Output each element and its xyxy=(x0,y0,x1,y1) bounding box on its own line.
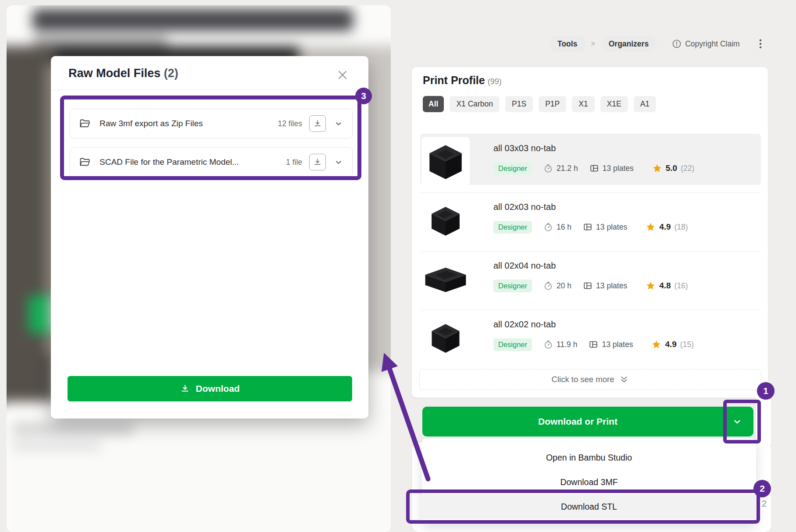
star-icon xyxy=(646,281,656,291)
partial-background-text: 2 xyxy=(762,499,767,509)
menu-item-download-3mf[interactable]: Download 3MF xyxy=(422,470,756,494)
tab-p1p[interactable]: P1P xyxy=(539,96,566,112)
rating: 4.9 (18) xyxy=(646,222,688,232)
plate-count: 13 plates xyxy=(583,281,627,291)
print-profile-panel: Print Profile(99) All X1 Carbon P1S P1P … xyxy=(411,67,768,398)
profile-thumbnail xyxy=(421,313,470,362)
download-dropdown-menu: Open in Bambu Studio Download 3MF Downlo… xyxy=(422,438,756,523)
modal-file-count: (2) xyxy=(164,67,178,80)
tab-x1-carbon[interactable]: X1 Carbon xyxy=(450,96,500,112)
blurred-text-bar xyxy=(12,424,134,434)
copyright-claim-label: Copyright Claim xyxy=(685,39,739,49)
print-time: 16 h xyxy=(543,222,571,232)
file-name: Raw 3mf export as Zip Files xyxy=(100,119,274,128)
plates-icon xyxy=(589,340,598,349)
copyright-claim-link[interactable]: Copyright Claim xyxy=(672,39,739,49)
profile-thumbnail xyxy=(421,196,470,244)
blurred-title xyxy=(32,9,353,31)
tab-p1s[interactable]: P1S xyxy=(505,96,533,112)
chevron-down-icon[interactable] xyxy=(334,119,343,128)
star-icon xyxy=(646,222,656,232)
panel-title: Print Profile(99) xyxy=(423,74,502,87)
designer-badge: Designer xyxy=(493,280,532,292)
folder-icon xyxy=(79,118,91,130)
profile-count: (99) xyxy=(488,77,502,86)
see-more-label: Click to see more xyxy=(552,375,614,384)
clock-icon xyxy=(543,340,553,349)
profile-meta: Designer 16 h 13 plates 4.9 (18) xyxy=(493,220,688,234)
file-count: 12 files xyxy=(278,119,302,128)
profile-meta: Designer 20 h 13 plates 4.8 (16) xyxy=(493,278,688,293)
print-time: 20 h xyxy=(543,281,571,291)
printer-filter-tabs: All X1 Carbon P1S P1P X1 X1E A1 xyxy=(423,96,656,112)
designer-badge: Designer xyxy=(493,162,532,175)
profile-name: all 03x03 no-tab xyxy=(493,143,556,153)
tab-a1[interactable]: A1 xyxy=(634,96,656,112)
profile-name: all 02x03 no-tab xyxy=(493,202,556,212)
rating: 5.0 (22) xyxy=(652,163,695,174)
clock-icon xyxy=(543,222,553,232)
file-row-scad[interactable]: SCAD File for the Parametric Model... 1 … xyxy=(70,147,353,177)
double-chevron-down-icon xyxy=(619,375,629,384)
profile-row[interactable]: all 02x02 no-tab Designer 11.9 h 13 plat… xyxy=(412,310,769,369)
profile-row[interactable]: all 02x04 no-tab Designer 20 h 13 plates… xyxy=(412,251,769,310)
row-divider xyxy=(420,251,761,252)
download-or-print-label: Download or Print xyxy=(538,416,638,427)
file-row-raw-3mf[interactable]: Raw 3mf export as Zip Files 12 files xyxy=(70,109,353,138)
breadcrumb-tools[interactable]: Tools xyxy=(549,36,585,52)
blurred-lower-area xyxy=(7,401,391,532)
breadcrumb: Tools > Organizers Copyright Claim xyxy=(549,36,765,52)
breadcrumb-organizers[interactable]: Organizers xyxy=(600,36,657,52)
tab-all[interactable]: All xyxy=(423,96,444,112)
rating: 4.9 (15) xyxy=(651,340,694,350)
print-time: 11.9 h xyxy=(543,340,577,349)
print-time: 21.2 h xyxy=(543,163,578,173)
breadcrumb-separator: > xyxy=(591,40,595,48)
chevron-down-icon[interactable] xyxy=(334,157,343,167)
dropdown-chevron-icon[interactable] xyxy=(732,416,743,427)
folder-icon xyxy=(79,156,91,168)
clock-icon xyxy=(543,281,553,291)
star-icon xyxy=(651,340,661,350)
star-icon xyxy=(652,163,662,174)
plate-count: 13 plates xyxy=(589,163,634,173)
clock-icon xyxy=(543,163,553,173)
profile-row[interactable]: all 03x03 no-tab Designer 21.2 h 13 plat… xyxy=(412,134,769,192)
designer-badge: Designer xyxy=(493,221,532,234)
file-name: SCAD File for the Parametric Model... xyxy=(100,157,282,167)
modal-download-button[interactable]: Download xyxy=(68,376,352,401)
profile-row[interactable]: all 02x03 no-tab Designer 16 h 13 plates… xyxy=(412,192,769,251)
blurred-subtitle xyxy=(32,37,168,46)
download-file-icon[interactable] xyxy=(309,154,326,170)
plates-icon xyxy=(583,281,593,291)
plate-count: 13 plates xyxy=(589,340,633,349)
tab-x1e[interactable]: X1E xyxy=(600,96,628,112)
row-divider xyxy=(420,310,761,310)
tab-x1[interactable]: X1 xyxy=(572,96,594,112)
raw-model-files-modal: Raw Model Files (2) Raw 3mf export as Zi… xyxy=(51,56,368,419)
profile-name: all 02x02 no-tab xyxy=(493,319,556,330)
profile-thumbnail xyxy=(421,255,470,303)
modal-download-label: Download xyxy=(196,383,239,394)
plate-count: 13 plates xyxy=(583,222,627,232)
download-file-icon[interactable] xyxy=(309,115,326,132)
blurred-text-bar xyxy=(12,442,103,449)
more-options-icon[interactable] xyxy=(756,38,765,50)
file-count: 1 file xyxy=(286,158,302,167)
modal-title: Raw Model Files (2) xyxy=(68,67,178,80)
menu-item-open-bambu-studio[interactable]: Open in Bambu Studio xyxy=(422,445,756,470)
download-icon xyxy=(180,383,190,394)
menu-item-download-stl[interactable]: Download STL xyxy=(422,494,756,519)
close-icon[interactable] xyxy=(335,67,350,82)
download-or-print-button[interactable]: Download or Print xyxy=(422,407,753,436)
selected-row-highlight xyxy=(420,134,761,185)
rating: 4.8 (16) xyxy=(646,281,688,291)
row-divider xyxy=(420,192,761,193)
warning-circle-icon xyxy=(672,39,682,49)
click-to-see-more[interactable]: Click to see more xyxy=(419,369,761,390)
profile-meta: Designer 21.2 h 13 plates 5.0 (22) xyxy=(493,161,694,176)
profile-thumbnail xyxy=(421,137,470,185)
plates-icon xyxy=(589,163,599,173)
profile-name: all 02x04 no-tab xyxy=(493,261,556,271)
profile-meta: Designer 11.9 h 13 plates 4.9 (15) xyxy=(493,337,694,352)
